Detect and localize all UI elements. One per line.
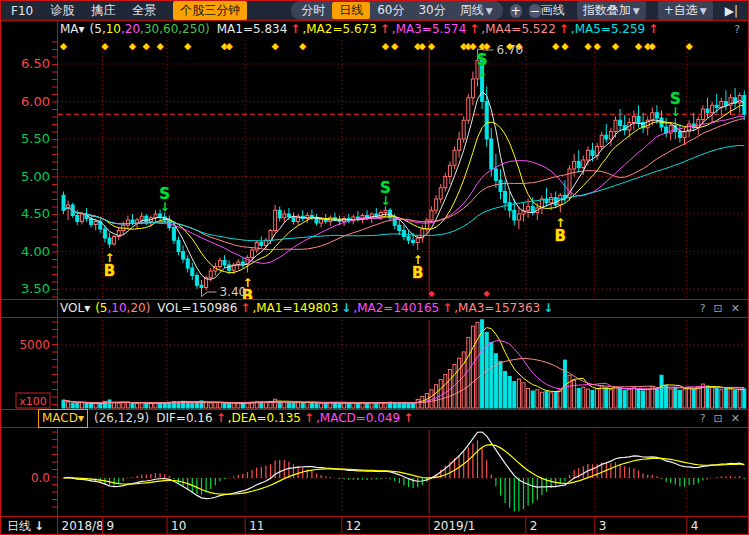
vol-indicator-header-dropdown[interactable]: VOL▾ bbox=[60, 300, 90, 317]
candlestick-series bbox=[62, 49, 746, 297]
zoom-in-button[interactable]: + bbox=[510, 4, 522, 18]
price-axis-label: 6.00 bbox=[21, 94, 50, 109]
event-diamond-icon[interactable]: ◆ bbox=[686, 41, 693, 51]
event-diamond-icon[interactable]: ◆ bbox=[226, 41, 233, 51]
event-diamond-icon[interactable]: ◆ bbox=[184, 41, 191, 51]
macd-axis-label: 0.0 bbox=[31, 471, 50, 485]
down-arrow-icon: ↓ bbox=[543, 300, 553, 317]
up-arrow-icon: ↑ bbox=[648, 21, 658, 38]
volume-axis-label: 5000 bbox=[19, 338, 50, 352]
up-arrow-icon: ↑ bbox=[380, 21, 390, 38]
chart-canvas[interactable]: 6.506.005.505.004.504.003.5050000.0x100↑… bbox=[0, 0, 749, 535]
f10-button[interactable]: F10 bbox=[11, 4, 33, 18]
help-icon[interactable]: ? bbox=[700, 410, 706, 427]
event-diamond-icon[interactable]: ◆ bbox=[382, 41, 389, 51]
macd-indicator-header-params: (26,12,9) bbox=[94, 410, 149, 427]
tab-30min[interactable]: 30分 bbox=[411, 2, 452, 19]
up-arrow-icon: ↑ bbox=[240, 300, 250, 317]
vol-indicator-header-params: (5,10,20) bbox=[95, 300, 150, 317]
period-indicator[interactable]: 日线 bbox=[7, 519, 31, 533]
tab-intraday[interactable]: 分时 bbox=[294, 2, 332, 19]
macd-histogram bbox=[64, 440, 745, 511]
event-diamond-icon[interactable]: ◆ bbox=[101, 41, 108, 51]
index-overlay-dropdown[interactable]: 指数叠加▼ bbox=[577, 1, 646, 20]
high-price-label: 6.70 bbox=[497, 43, 524, 57]
maximize-icon[interactable]: ⊡ bbox=[714, 300, 723, 317]
alert-diamond-icon[interactable]: ◆ bbox=[428, 289, 435, 298]
volume-unit-label: x100 bbox=[19, 395, 47, 408]
chevron-down-icon: ▼ bbox=[700, 6, 707, 16]
price-axis-label: 3.50 bbox=[21, 281, 50, 296]
event-diamond-icon[interactable]: ◆ bbox=[469, 41, 476, 51]
close-icon[interactable]: ✕ bbox=[731, 410, 740, 427]
macd-indicator-header: MACD▾(26,12,9)DIF=0.16↑,DEA=0.135↑,MACD=… bbox=[38, 410, 748, 427]
hunt-maker-button[interactable]: 擒庄 bbox=[91, 2, 115, 19]
event-diamond-icon[interactable]: ◆ bbox=[129, 41, 136, 51]
toolbar: F10 诊股 擒庄 全景 个股三分钟 分时 日线 60分 30分 周线▼ + −… bbox=[1, 1, 748, 20]
buy-marker: B bbox=[412, 264, 423, 282]
toolbar-right: 画线 指数叠加▼ +自选▼ ▶| bbox=[541, 1, 738, 20]
alert-diamond-icon[interactable]: ◆ bbox=[484, 289, 491, 298]
tab-daily[interactable]: 日线 bbox=[332, 2, 370, 19]
event-diamond-icon[interactable]: ◆ bbox=[635, 41, 642, 51]
vol-indicator-header-param: (5 bbox=[95, 301, 107, 315]
vol-indicator-header-icons: ?⊡✕ bbox=[700, 300, 740, 317]
sell-arrow-icon: ↓ bbox=[380, 194, 390, 208]
event-diamond-icon[interactable]: ◆ bbox=[428, 41, 435, 51]
macd-indicator-header-dropdown[interactable]: MACD▾ bbox=[38, 409, 88, 428]
ma-indicator-header-params: (5,10,20,30,60,250) bbox=[90, 21, 210, 38]
stock-3min-button[interactable]: 个股三分钟 bbox=[173, 1, 247, 20]
event-diamond-icon[interactable]: ◆ bbox=[60, 41, 67, 51]
ma-indicator-header-param: ,30 bbox=[140, 22, 159, 36]
event-diamond-icon[interactable]: ◆ bbox=[594, 41, 601, 51]
zoom-out-button[interactable]: − bbox=[529, 4, 541, 18]
event-diamond-icon[interactable]: ◆ bbox=[143, 41, 150, 51]
event-diamond-icon[interactable]: ◆ bbox=[157, 41, 164, 51]
help-icon[interactable]: ? bbox=[734, 21, 740, 38]
event-diamond-icon[interactable]: ◆ bbox=[649, 41, 656, 51]
ma-indicator-header-value: ,MA3=5.574 bbox=[392, 21, 466, 38]
ma-indicator-header-param: (5 bbox=[90, 22, 102, 36]
grid-lines bbox=[52, 40, 746, 514]
date-axis-label: 2019/1 bbox=[433, 519, 475, 533]
diagnose-stock-button[interactable]: 诊股 bbox=[50, 2, 74, 19]
macd-dea-line bbox=[64, 445, 745, 495]
event-diamond-icon[interactable]: ◆ bbox=[612, 41, 619, 51]
vol-indicator-header: VOL▾(5,10,20)VOL=150986↑,MA1=149803↓,MA2… bbox=[60, 300, 748, 317]
up-arrow-icon: ↑ bbox=[403, 410, 413, 427]
ma-indicator-header-dropdown[interactable]: MA▾ bbox=[60, 21, 85, 38]
down-arrow-icon: ↓ bbox=[341, 300, 351, 317]
date-axis-label: 9 bbox=[107, 519, 115, 533]
collapse-panel-icon[interactable]: ▶| bbox=[725, 4, 738, 18]
event-diamond-icon[interactable]: ◆ bbox=[561, 41, 568, 51]
add-watchlist-dropdown[interactable]: +自选▼ bbox=[658, 1, 713, 20]
event-diamond-icon[interactable]: ◆ bbox=[299, 41, 306, 51]
event-diamond-icon[interactable]: ◆ bbox=[391, 41, 398, 51]
up-arrow-icon: ↑ bbox=[559, 21, 569, 38]
event-diamond-icon[interactable]: ◆ bbox=[584, 41, 591, 51]
up-arrow-icon: ↑ bbox=[469, 21, 479, 38]
up-arrow-icon: ↑ bbox=[442, 300, 452, 317]
period-tabs: 分时 日线 60分 30分 周线▼ bbox=[291, 1, 502, 20]
ma-indicator-header-param: ,250) bbox=[178, 22, 209, 36]
price-axis-label: 4.00 bbox=[21, 244, 50, 259]
draw-line-button[interactable]: 画线 bbox=[541, 2, 565, 19]
ma-indicator-header-value: ,MA5=5.259 bbox=[571, 21, 645, 38]
maximize-icon[interactable]: ⊡ bbox=[714, 410, 723, 427]
tab-60min[interactable]: 60分 bbox=[370, 2, 411, 19]
time-axis-bar: 日线↓2018/891011122019/1234 bbox=[1, 517, 748, 534]
chevron-down-icon: ▼ bbox=[486, 6, 493, 16]
date-axis-label: 11 bbox=[249, 519, 264, 533]
date-axis-label: 3 bbox=[599, 519, 607, 533]
help-icon[interactable]: ? bbox=[700, 300, 706, 317]
macd-indicator-header-value: DIF=0.16 bbox=[156, 410, 212, 427]
sell-arrow-icon: ↓ bbox=[160, 200, 170, 214]
tab-weekly[interactable]: 周线▼ bbox=[453, 2, 500, 19]
event-diamond-icon[interactable]: ◆ bbox=[419, 41, 426, 51]
down-arrow-icon: ↓ bbox=[34, 519, 44, 533]
event-diamond-icon[interactable]: ◆ bbox=[552, 41, 559, 51]
panorama-button[interactable]: 全景 bbox=[132, 2, 156, 19]
trade-signal-markers: ↑BS↓↑BS↓↑BS↓↑BS↓ bbox=[104, 51, 681, 305]
close-icon[interactable]: ✕ bbox=[731, 300, 740, 317]
event-diamond-icon[interactable]: ◆ bbox=[272, 41, 279, 51]
